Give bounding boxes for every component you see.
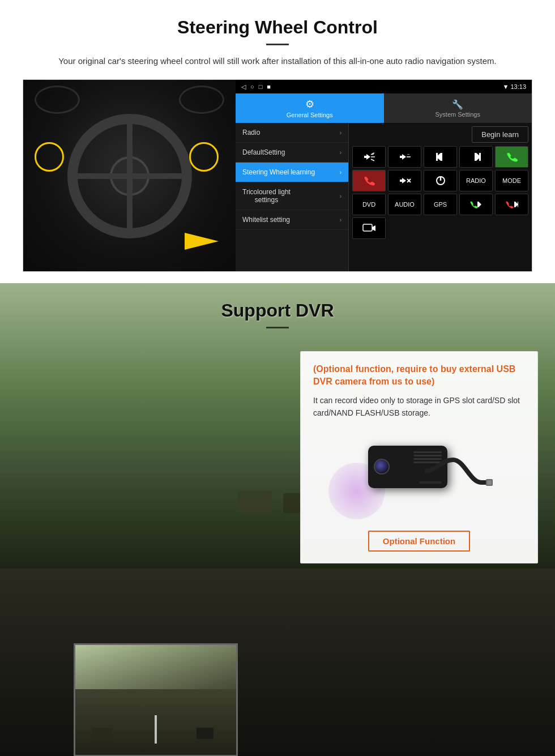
usb-cable-svg [425, 454, 493, 505]
title-divider [266, 44, 289, 45]
ctrl-mode[interactable]: MODE [495, 170, 528, 191]
dvr-desc-text: It can record video only to storage in G… [313, 394, 525, 420]
svg-rect-12 [441, 153, 442, 161]
dvr-preview-thumbnail [74, 643, 238, 756]
back-icon: ◁ [241, 83, 246, 91]
yellow-arrow [179, 227, 224, 255]
menu-label-whitelist: Whitelist setting [242, 216, 290, 224]
svg-rect-16 [479, 153, 481, 161]
gear-icon: ⚙ [305, 98, 314, 110]
dvr-info-card: (Optional function, require to buy exter… [300, 351, 538, 563]
control-buttons-grid: + − [352, 146, 528, 239]
ctrl-call[interactable] [495, 146, 528, 168]
chevron-icon: › [340, 193, 341, 199]
ctrl-prev[interactable] [424, 146, 457, 168]
android-statusbar: ◁ ○ □ ■ ▼ 13:13 [236, 80, 532, 93]
dvr-header: Support DVR [0, 283, 555, 343]
ctrl-vol-up[interactable]: + [352, 146, 386, 168]
steering-demo: ◁ ○ □ ■ ▼ 13:13 ⚙ General Settings 🔧 [23, 79, 532, 272]
statusbar-time: ▼ 13:13 [503, 83, 526, 90]
steering-section: Steering Wheel Control Your original car… [0, 0, 555, 283]
dvr-title-divider [266, 327, 289, 328]
svg-rect-26 [514, 202, 515, 207]
chevron-icon: › [340, 130, 341, 136]
ctrl-next[interactable] [459, 146, 493, 168]
signal-icon: ▼ [503, 83, 511, 90]
ctrl-gps[interactable]: GPS [424, 194, 457, 215]
menu-label-default: DefaultSetting [242, 148, 285, 156]
tab-system-settings[interactable]: 🔧 System Settings [384, 93, 532, 123]
ctrl-radio[interactable]: RADIO [459, 170, 493, 191]
ctrl-call-next[interactable] [495, 194, 528, 215]
svg-text:−: − [407, 152, 410, 157]
svg-line-5 [371, 159, 374, 161]
section-subtitle: Your original car's steering wheel contr… [34, 54, 521, 68]
dvr-camera-area [313, 429, 525, 519]
chevron-icon: › [340, 169, 341, 176]
menu-item-tricolour[interactable]: Tricoloured lightsettings › [236, 182, 348, 210]
steering-wheel-photo [23, 80, 236, 272]
home-icon: ○ [250, 83, 254, 90]
svg-marker-18 [402, 178, 406, 183]
ctrl-vol-down[interactable]: − [388, 146, 421, 168]
svg-marker-8 [402, 154, 406, 160]
svg-marker-29 [372, 225, 375, 231]
statusbar-nav: ◁ ○ □ ■ [241, 83, 271, 91]
svg-rect-7 [400, 156, 402, 158]
page-title: Steering Wheel Control [23, 17, 532, 38]
menu-item-defaultsetting[interactable]: DefaultSetting › [236, 143, 348, 163]
optional-function-button[interactable]: Optional Function [368, 531, 470, 552]
music-icon: ■ [267, 83, 271, 90]
ctrl-audio[interactable]: AUDIO [388, 194, 421, 215]
dvr-section: Support DVR (Optional function, require … [0, 283, 555, 756]
android-panel: ◁ ○ □ ■ ▼ 13:13 ⚙ General Settings 🔧 [236, 80, 532, 271]
settings-menu: Radio › DefaultSetting › Steering Wheel … [236, 123, 349, 271]
chevron-icon: › [340, 217, 341, 223]
menu-label-radio: Radio [242, 129, 260, 136]
menu-item-whitelist[interactable]: Whitelist setting › [236, 210, 348, 230]
ctrl-power[interactable] [424, 170, 457, 191]
menu-label-steering: Steering Wheel learning [242, 168, 315, 176]
ctrl-call-prev[interactable] [459, 194, 493, 215]
ctrl-dvd[interactable]: DVD [352, 194, 386, 215]
svg-rect-31 [487, 480, 492, 485]
system-icon: 🔧 [452, 99, 463, 110]
svg-rect-24 [477, 202, 479, 207]
tab-system-label: System Settings [436, 111, 480, 118]
svg-rect-17 [400, 180, 402, 182]
android-content: Radio › DefaultSetting › Steering Wheel … [236, 123, 532, 271]
dvr-optional-text: (Optional function, require to buy exter… [313, 363, 525, 388]
ctrl-hangup[interactable] [352, 170, 386, 191]
clock: 13:13 [510, 83, 526, 90]
begin-learn-button[interactable]: Begin learn [472, 126, 528, 143]
svg-marker-2 [366, 154, 370, 160]
svg-rect-28 [363, 224, 372, 231]
ctrl-mute[interactable] [388, 170, 421, 191]
android-tabs: ⚙ General Settings 🔧 System Settings [236, 93, 532, 123]
recents-icon: □ [259, 83, 263, 90]
svg-rect-1 [364, 156, 366, 158]
svg-marker-27 [518, 202, 518, 207]
chevron-icon: › [340, 150, 341, 156]
menu-item-radio[interactable]: Radio › [236, 123, 348, 143]
svg-text:+: + [372, 152, 374, 157]
svg-marker-0 [185, 233, 219, 250]
tab-general-label: General Settings [287, 112, 333, 118]
svg-marker-23 [479, 202, 481, 207]
svg-rect-13 [436, 153, 438, 161]
begin-learn-row: Begin learn [352, 126, 528, 143]
dvr-title: Support DVR [0, 300, 555, 321]
highlight-circle-right [189, 142, 219, 172]
tab-general-settings[interactable]: ⚙ General Settings [236, 93, 384, 123]
highlight-circle-left [35, 142, 64, 172]
ctrl-dvr[interactable] [352, 217, 386, 239]
controls-panel: Begin learn + − [349, 123, 532, 271]
svg-rect-15 [475, 153, 476, 161]
menu-label-tricolour: Tricoloured lightsettings [242, 188, 291, 204]
menu-item-steering-wheel[interactable]: Steering Wheel learning › [236, 163, 348, 182]
